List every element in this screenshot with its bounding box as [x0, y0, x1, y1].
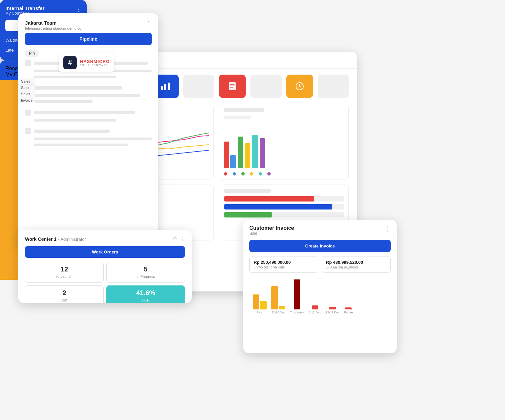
bar-chart-subtitle — [224, 116, 251, 119]
oee-label: OEE — [142, 298, 149, 302]
inv-bar-thisweek: This Week — [290, 279, 304, 314]
legend-teal — [259, 172, 263, 176]
pipeline-button[interactable]: Pipeline — [25, 33, 152, 45]
workcenter-stats: 12 to Launch 5 In Progress 2 Late 41.6% … — [25, 262, 185, 303]
bar-teal-4 — [252, 135, 258, 168]
hbar-fill-3 — [224, 212, 272, 217]
inv-bar-thisweek-label: This Week — [290, 311, 304, 314]
invoice-stats-row: Rp 250,490,000.00 3 Invoices to validate… — [249, 256, 391, 273]
customer-invoice-card: Customer Invoice Sale ⋮ Create Invoice R… — [243, 220, 397, 353]
inv-bar-past-1 — [253, 294, 259, 309]
hbar-track-1 — [224, 196, 344, 202]
inv-bar-past: Past — [253, 294, 267, 314]
inv-bar-nov-1 — [271, 286, 278, 309]
jakarta-info: Jakarta Team telering@trading-id.equio-d… — [25, 20, 81, 30]
svg-rect-15 — [229, 82, 236, 90]
inv-bar-thisweek-1 — [294, 279, 300, 309]
inv-bar-dec2-label: 13-19 Dec — [326, 311, 340, 314]
invoice-dots-icon[interactable]: ⋮ — [385, 225, 391, 232]
invoice-header: Customer Invoice Sale ⋮ — [249, 225, 391, 236]
hbar-track-2 — [224, 204, 344, 210]
jakarta-dots-icon[interactable]: ⋮ — [146, 20, 152, 27]
hbar-title — [224, 189, 271, 193]
svg-rect-13 — [164, 84, 166, 90]
hashmicro-logo-bg: # — [63, 56, 77, 69]
work-orders-button[interactable]: Work Orders — [25, 246, 185, 258]
invoice-desc-1: 3 Invoices to validate — [254, 265, 314, 269]
bar-group-5 — [260, 138, 265, 168]
inv-bar-future-1 — [345, 307, 352, 309]
workcenter-title: Work Center 1 — [25, 236, 57, 242]
invoice-amount-2: Rp 430,999,520.00 — [326, 260, 386, 265]
hbar-track-3 — [224, 212, 344, 217]
invoice-title: Customer Invoice — [249, 225, 294, 231]
in-progress-value: 5 — [111, 265, 180, 273]
workcenter-dots-icon[interactable]: ⋮ — [180, 236, 185, 242]
bar-chart-box — [220, 104, 349, 180]
oee-value: 41.6% — [111, 289, 180, 297]
bar-purple-5 — [260, 138, 265, 168]
inv-bar-dec2-1 — [329, 307, 336, 309]
svg-rect-14 — [168, 83, 170, 90]
workcenter-admin: Administrator — [60, 237, 86, 242]
inv-bar-past-label: Past — [257, 311, 263, 314]
document-icon — [228, 82, 237, 91]
bar-chart-icon — [160, 82, 171, 91]
bar-chart-container — [224, 123, 344, 170]
inv-bar-past-stack — [253, 294, 267, 309]
widget-placeholder-4 — [318, 75, 349, 98]
inv-bar-dec1-1 — [312, 305, 318, 309]
inv-bar-dec2-stack — [329, 307, 336, 309]
internal-transfer-title: Internal Transfer — [5, 5, 45, 11]
in-progress-box: 5 In Progress — [106, 262, 185, 283]
inv-bar-nov-2 — [279, 306, 285, 309]
widget-time[interactable] — [286, 75, 313, 98]
hbar-item-2 — [224, 204, 344, 210]
jakarta-team-card: Jakarta Team telering@trading-id.equio-d… — [18, 13, 158, 246]
widget-placeholder-3 — [250, 75, 282, 98]
bar-red-1 — [224, 142, 229, 168]
workcenter-card: Work Center 1 - Administrator ⊙ ⋮ Work O… — [18, 230, 192, 303]
hbar-item-1 — [224, 196, 344, 202]
widget-doc[interactable] — [219, 75, 246, 98]
bar-chart-title — [224, 108, 264, 112]
workcenter-circle-icon: ⊙ — [173, 236, 177, 242]
hbar-items — [224, 196, 344, 217]
hbar-fill-1 — [224, 196, 314, 202]
inv-bar-nov-label: 22-28 Nov — [271, 311, 285, 314]
clock-icon — [295, 82, 304, 91]
inv-bar-dec1: 6-12 Dec — [309, 305, 321, 314]
hashmicro-tagline: THINK FORWARD — [80, 64, 110, 66]
inv-bar-dec1-stack — [312, 305, 318, 309]
svg-rect-12 — [161, 86, 163, 90]
inv-bar-dec2: 13-19 Dec — [326, 307, 340, 314]
create-invoice-button[interactable]: Create Invoice — [249, 240, 391, 252]
to-launch-label: to Launch — [56, 274, 72, 278]
inv-bar-future-stack — [345, 307, 352, 309]
workcenter-header: Work Center 1 - Administrator ⊙ ⋮ — [25, 236, 185, 242]
internal-dots-icon[interactable]: ⋮ — [75, 5, 81, 13]
late-box: 2 Late — [25, 285, 104, 303]
invoice-amount-1: Rp 250,490,000.00 — [254, 260, 314, 265]
bar-group-1 — [224, 142, 236, 168]
bar-group-3 — [245, 143, 250, 168]
jakarta-list — [25, 60, 152, 148]
hash-logo-icon: # — [68, 59, 72, 67]
workcenter-icons: ⊙ ⋮ — [173, 236, 185, 242]
jakarta-team-email: telering@trading-id.equio-demo.co — [25, 26, 81, 30]
bar-group-4 — [252, 135, 258, 168]
invoice-subtitle: Sale — [249, 231, 294, 236]
invoice-stat-2: Rp 430,999,520.00 17 Awaiting payments — [322, 256, 391, 273]
legend-purple — [267, 172, 272, 176]
oee-box: 41.6% OEE — [106, 285, 185, 303]
filter-pill[interactable]: Pin — [25, 50, 39, 57]
to-launch-box: 12 to Launch — [25, 262, 104, 283]
widget-placeholder-2 — [183, 75, 215, 98]
legend-yellow2 — [250, 172, 255, 176]
workcenter-title-block: Work Center 1 - Administrator — [25, 236, 86, 242]
internal-waiting-label: Waiting — [5, 38, 20, 43]
legend-green2 — [241, 172, 246, 176]
invoice-bar-chart: Past 22-28 Nov This Week 6-12 Dec — [249, 277, 391, 321]
inv-bar-future: Future — [344, 307, 353, 314]
bar-yellow-3 — [245, 143, 250, 168]
